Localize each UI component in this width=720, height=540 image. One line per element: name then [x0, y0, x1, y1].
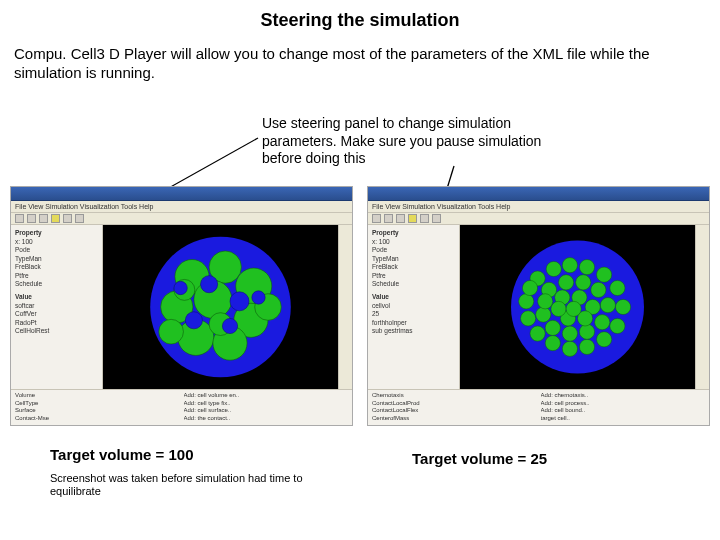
panel-header: Property	[15, 229, 98, 236]
svg-point-47	[536, 307, 551, 322]
window-right-gutter	[695, 225, 709, 389]
svg-point-33	[545, 336, 560, 351]
window-titlebar	[368, 187, 709, 201]
svg-point-16	[230, 292, 249, 311]
panel-row: CoffVer	[15, 310, 98, 318]
svg-point-23	[546, 261, 561, 276]
plugin-row: Contact-Mse	[15, 415, 180, 423]
panel-row: FreBlack	[372, 263, 455, 271]
plugin-panel: Volume CellType Surface Contact-Mse Add:…	[11, 389, 352, 425]
steering-panel: Property x: 100 Pode TypeMan FreBlack Pt…	[11, 225, 103, 389]
svg-point-32	[562, 341, 577, 356]
caption-right: Target volume = 25	[412, 450, 547, 467]
plugin-col: Chemotaxis ContactLocalProd ContactLocal…	[372, 392, 537, 423]
window-menubar: File View Simulation Visualization Tools…	[11, 201, 352, 213]
caption-left: Target volume = 100	[50, 446, 194, 463]
panel-row: forthholnper	[372, 319, 455, 327]
panel-row: x: 100	[372, 238, 455, 246]
svg-point-55	[566, 301, 581, 316]
window-content: Property x: 100 Pode TypeMan FreBlack Pt…	[368, 225, 709, 389]
window-toolbar	[368, 213, 709, 225]
panel-row: RadoPt	[15, 319, 98, 327]
plugin-col: Volume CellType Surface Contact-Mse	[15, 392, 180, 423]
simulation-canvas	[103, 225, 338, 389]
slide-body-text: Compu. Cell3 D Player will allow you to …	[14, 45, 706, 83]
svg-point-19	[174, 281, 187, 294]
svg-point-31	[579, 339, 594, 354]
panel-header: Value	[15, 293, 98, 300]
toolbar-button	[396, 214, 405, 223]
toolbar-button	[432, 214, 441, 223]
plugin-col: Add: chemotaxis.. Add: cell process.. Ad…	[541, 392, 706, 423]
toolbar-button	[372, 214, 381, 223]
svg-point-26	[597, 267, 612, 282]
svg-point-25	[579, 260, 594, 275]
plugin-row: Add: cell type fix..	[184, 400, 349, 408]
toolbar-button	[75, 214, 84, 223]
panel-row: Ptfre	[372, 272, 455, 280]
plugin-row: target cell..	[541, 415, 706, 423]
panel-row: cellvol	[372, 302, 455, 310]
panel-row: 25	[372, 310, 455, 318]
panel-row: CellHolRest	[15, 327, 98, 335]
panel-row: Schedule	[372, 280, 455, 288]
plugin-col: Add: cell volume en.. Add: cell type fix…	[184, 392, 349, 423]
svg-point-42	[600, 298, 615, 313]
plugin-row: Chemotaxis	[372, 392, 537, 400]
panel-header: Property	[372, 229, 455, 236]
toolbar-button	[15, 214, 24, 223]
panel-row: Pode	[15, 246, 98, 254]
svg-point-29	[610, 318, 625, 333]
svg-point-41	[591, 282, 606, 297]
svg-point-45	[562, 326, 577, 341]
svg-point-48	[538, 294, 553, 309]
cell-field-small	[466, 231, 689, 383]
panel-row: x: 100	[15, 238, 98, 246]
window-right-gutter	[338, 225, 352, 389]
window-toolbar	[11, 213, 352, 225]
svg-point-36	[519, 294, 534, 309]
svg-point-24	[562, 258, 577, 273]
plugin-row: CenterofMass	[372, 415, 537, 423]
plugin-row: ContactLocalProd	[372, 400, 537, 408]
panel-header: Value	[372, 293, 455, 300]
svg-point-17	[185, 312, 202, 329]
toolbar-button	[27, 214, 36, 223]
panel-row: FreBlack	[15, 263, 98, 271]
screenshot-row: File View Simulation Visualization Tools…	[10, 186, 710, 426]
slide-title: Steering the simulation	[10, 10, 710, 31]
cell-field-large	[109, 231, 332, 383]
svg-point-12	[159, 319, 184, 344]
toolbar-button	[63, 214, 72, 223]
toolbar-button	[420, 214, 429, 223]
window-titlebar	[11, 187, 352, 201]
svg-point-28	[616, 299, 631, 314]
svg-point-27	[610, 280, 625, 295]
svg-point-40	[576, 275, 591, 290]
plugin-row: Add: cell volume en..	[184, 392, 349, 400]
svg-point-30	[597, 332, 612, 347]
svg-point-54	[551, 301, 566, 316]
svg-point-20	[252, 291, 265, 304]
plugin-row: Surface	[15, 407, 180, 415]
svg-point-34	[530, 326, 545, 341]
svg-point-37	[522, 280, 537, 295]
window-menubar: File View Simulation Visualization Tools…	[368, 201, 709, 213]
plugin-panel: Chemotaxis ContactLocalProd ContactLocal…	[368, 389, 709, 425]
plugin-row: Volume	[15, 392, 180, 400]
svg-point-15	[201, 276, 218, 293]
panel-row: softcar	[15, 302, 98, 310]
plugin-row: Add: the contact..	[184, 415, 349, 423]
svg-point-39	[559, 275, 574, 290]
slide: Steering the simulation Compu. Cell3 D P…	[0, 0, 720, 540]
plugin-row: Add: cell surface..	[184, 407, 349, 415]
panel-row: Ptfre	[15, 272, 98, 280]
steering-panel: Property x: 100 Pode TypeMan FreBlack Pt…	[368, 225, 460, 389]
plugin-row: Add: cell process..	[541, 400, 706, 408]
panel-row: TypeMan	[15, 255, 98, 263]
toolbar-button	[384, 214, 393, 223]
screenshot-left: File View Simulation Visualization Tools…	[10, 186, 353, 426]
svg-point-44	[579, 324, 594, 339]
steering-hint-text: Use steering panel to change simulation …	[262, 115, 572, 168]
plugin-row: Add: chemotaxis..	[541, 392, 706, 400]
